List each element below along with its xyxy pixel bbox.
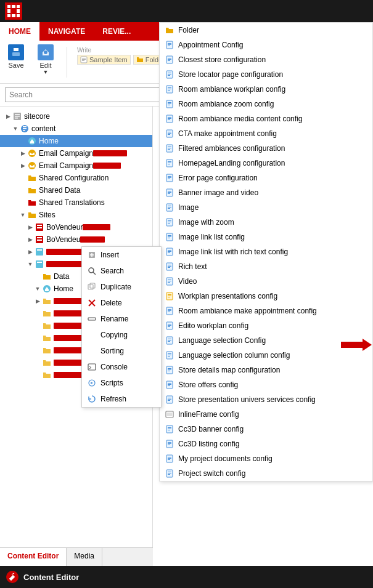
tree-item-email2[interactable]: ▶ Email Campaign bbox=[0, 159, 152, 172]
toggle-sub6[interactable] bbox=[35, 360, 41, 366]
svg-rect-50 bbox=[168, 59, 171, 60]
rp-image-link-list[interactable]: Image link list config bbox=[160, 230, 372, 244]
svg-rect-57 bbox=[168, 87, 171, 88]
rp-filtered[interactable]: Filtered ambiances configuration bbox=[160, 141, 372, 156]
tree-item-shared-translations[interactable]: Shared Translations bbox=[0, 196, 152, 209]
toggle-email2[interactable]: ▶ bbox=[20, 163, 26, 169]
tab-review[interactable]: REVIE... bbox=[94, 22, 139, 41]
tab-content-editor[interactable]: Content Editor bbox=[0, 548, 67, 566]
toggle-shareddata[interactable] bbox=[20, 187, 26, 193]
toggle-item4[interactable]: ▼ bbox=[27, 261, 33, 267]
bovendeur1-icon bbox=[35, 222, 44, 232]
email1-icon bbox=[27, 148, 37, 158]
edit-button[interactable]: Edit ▼ bbox=[35, 44, 57, 75]
rp-inline-frame[interactable]: InlineFrame config bbox=[160, 407, 372, 422]
svg-rect-23 bbox=[37, 227, 42, 228]
svg-marker-162 bbox=[341, 339, 372, 351]
tab-navigate[interactable]: NAVIGATE bbox=[39, 22, 94, 41]
sitecore-logo[interactable] bbox=[5, 2, 22, 20]
toggle-sub7[interactable] bbox=[35, 372, 41, 378]
tree-item-sitecore[interactable]: ▶ sitecore bbox=[0, 110, 152, 123]
toggle-bovendeur2[interactable]: ▶ bbox=[27, 236, 33, 243]
save-button[interactable]: Save bbox=[5, 44, 27, 69]
svg-rect-1 bbox=[14, 48, 18, 51]
toggle-data[interactable] bbox=[35, 273, 41, 280]
rp-video[interactable]: Video bbox=[160, 274, 372, 289]
rp-cc3d-banner[interactable]: Cc3D banner config bbox=[160, 422, 372, 437]
toggle-sub2[interactable] bbox=[35, 310, 41, 316]
toggle-sites[interactable]: ▼ bbox=[20, 212, 26, 218]
toggle-item3[interactable]: ▶ bbox=[27, 249, 33, 255]
toggle-sub1[interactable]: ▶ bbox=[35, 298, 41, 304]
tree-item-email1[interactable]: ▶ Email Campaign bbox=[0, 147, 152, 159]
rp-cc3d-listing[interactable]: Cc3D listing config bbox=[160, 437, 372, 451]
toggle-home[interactable] bbox=[20, 138, 26, 144]
rp-cta[interactable]: CTA make appointment config bbox=[160, 126, 372, 141]
breadcrumb-sample-item[interactable]: Sample Item bbox=[77, 55, 131, 65]
toggle-home2[interactable]: ▼ bbox=[35, 286, 41, 292]
rp-store-map[interactable]: Store details map configuration bbox=[160, 363, 372, 377]
svg-rect-155 bbox=[168, 457, 171, 457]
rp-my-project[interactable]: My project documents config bbox=[160, 451, 372, 466]
rp-image-link-rich[interactable]: Image link list with rich text config bbox=[160, 244, 372, 259]
rp-store-locator[interactable]: Store locator page configuration bbox=[160, 67, 372, 82]
rp-edito-workplan[interactable]: Edito workplan config bbox=[160, 318, 372, 333]
toggle-content[interactable]: ▼ bbox=[12, 126, 18, 132]
ctx-search[interactable]: Search bbox=[82, 263, 161, 279]
rp-folder[interactable]: Folder bbox=[160, 23, 372, 38]
ctx-delete[interactable]: Delete bbox=[82, 295, 161, 311]
tree-item-sites[interactable]: ▼ Sites bbox=[0, 209, 152, 221]
ctx-refresh[interactable]: Refresh bbox=[82, 391, 161, 407]
rp-rich-text[interactable]: Rich text bbox=[160, 259, 372, 274]
toggle-sub3[interactable] bbox=[35, 323, 41, 329]
svg-rect-121 bbox=[168, 324, 171, 324]
ctx-copying[interactable]: Copying bbox=[82, 327, 161, 343]
rp-room-media[interactable]: Room ambiance media content config bbox=[160, 111, 372, 126]
sharedconfig-icon bbox=[27, 173, 37, 183]
toggle-sharedconfig[interactable] bbox=[20, 175, 26, 181]
rp-store-presentation[interactable]: Store presentation univers services conf… bbox=[160, 392, 372, 407]
ctx-scripts-icon bbox=[87, 378, 97, 388]
rp-appointment-config[interactable]: Appointment Config bbox=[160, 38, 372, 52]
tree-item-bovendeur2[interactable]: ▶ BoVendeu bbox=[0, 233, 152, 246]
tree-item-bovendeur1[interactable]: ▶ BoVendeur bbox=[0, 221, 152, 233]
toggle-sitecore[interactable]: ▶ bbox=[5, 113, 11, 119]
rp-room-workplan[interactable]: Room ambiance workplan config bbox=[160, 82, 372, 97]
svg-rect-74 bbox=[168, 148, 171, 148]
rp-store-offers[interactable]: Store offers config bbox=[160, 377, 372, 392]
ctx-console[interactable]: Console bbox=[82, 359, 161, 375]
ctx-rename[interactable]: Rename bbox=[82, 311, 161, 327]
svg-rect-138 bbox=[168, 384, 171, 385]
status-bar: Content Editor bbox=[0, 566, 373, 588]
toggle-sub5[interactable] bbox=[35, 347, 41, 353]
ctx-rename-icon bbox=[87, 314, 97, 324]
rp-error[interactable]: Error page configuration bbox=[160, 171, 372, 185]
toggle-email1[interactable]: ▶ bbox=[20, 150, 26, 156]
rp-homepage[interactable]: HomepageLanding configuration bbox=[160, 156, 372, 171]
tree-item-shared-data[interactable]: Shared Data bbox=[0, 184, 152, 196]
ctx-duplicate[interactable]: Duplicate bbox=[82, 279, 161, 295]
tree-item-content[interactable]: ▼ content bbox=[0, 123, 152, 135]
item3-icon bbox=[35, 247, 44, 257]
ctx-search-label: Search bbox=[100, 267, 124, 275]
rp-banner[interactable]: Banner image and video bbox=[160, 185, 372, 200]
rp-image-zoom[interactable]: Image with zoom bbox=[160, 215, 372, 230]
tree-item-shared-config[interactable]: Shared Configuration bbox=[0, 172, 152, 184]
tab-media[interactable]: Media bbox=[67, 548, 102, 566]
rp-project-switch[interactable]: Project switch config bbox=[160, 466, 372, 481]
rp-room-zoom[interactable]: Room ambiance zoom config bbox=[160, 97, 372, 111]
rp-room-appt[interactable]: Room ambiance make appointment config bbox=[160, 304, 372, 318]
ctx-console-icon bbox=[87, 362, 97, 372]
toggle-sharedtrans[interactable] bbox=[20, 199, 26, 206]
toggle-sub4[interactable] bbox=[35, 335, 41, 341]
ctx-sorting[interactable]: Sorting bbox=[82, 343, 161, 359]
tab-home[interactable]: HOME bbox=[0, 22, 39, 41]
rp-workplan-presentations[interactable]: Workplan presentations config bbox=[160, 289, 372, 304]
ctx-duplicate-label: Duplicate bbox=[100, 283, 131, 291]
toggle-bovendeur1[interactable]: ▶ bbox=[27, 224, 33, 230]
tree-item-home[interactable]: Home bbox=[0, 135, 152, 147]
rp-closest-store[interactable]: Closest store configuration bbox=[160, 52, 372, 67]
ctx-scripts[interactable]: Scripts bbox=[82, 375, 161, 391]
rp-image[interactable]: Image bbox=[160, 200, 372, 215]
ctx-insert[interactable]: Insert bbox=[82, 247, 161, 263]
